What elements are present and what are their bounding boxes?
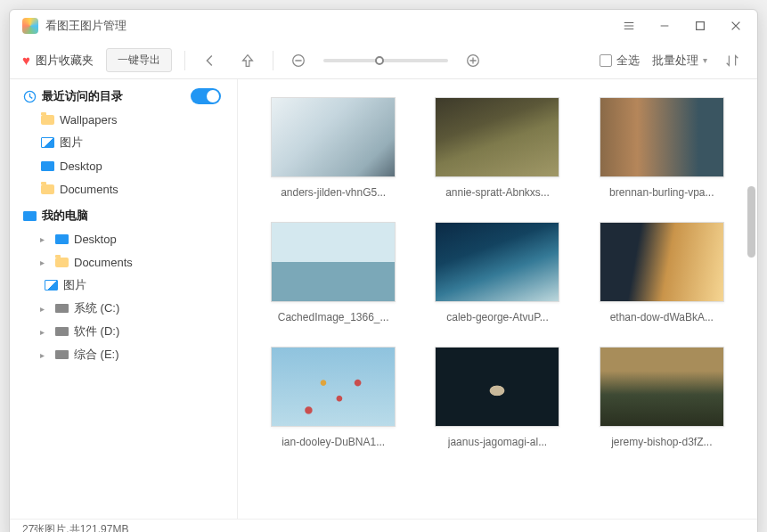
thumb-item[interactable]: CachedImage_1366_... [259,222,407,323]
folder-icon [54,255,69,269]
sidebar-item-documents-2[interactable]: ▸ Documents [10,250,237,274]
thumb-item[interactable]: jaanus-jagomagi-al... [423,347,571,448]
zoom-thumb[interactable] [375,56,384,65]
zoom-in-button[interactable] [461,48,485,73]
item-label: Documents [74,256,133,269]
item-label: 图片 [63,277,86,293]
image-icon [44,278,58,292]
thumb-label: anders-jilden-vhnG5... [281,186,386,199]
thumb-item[interactable]: annie-spratt-Abnkxs... [423,97,571,199]
drive-icon [54,348,69,362]
item-label: 软件 (D:) [74,323,119,340]
sidebar-item-desktop-2[interactable]: ▸ Desktop [10,227,237,250]
checkbox-icon [600,54,612,67]
computer-header[interactable]: 我的电脑 [10,204,237,227]
separator [184,51,185,70]
separator [273,51,273,70]
close-button[interactable] [722,13,750,38]
thumbnail-grid: anders-jilden-vhnG5... annie-spratt-Abnk… [247,97,748,448]
menu-button[interactable] [615,13,643,38]
svg-rect-0 [697,22,705,30]
folder-icon [40,112,54,127]
chevron-down-icon: ▾ [703,55,707,65]
thumb-item[interactable]: ethan-dow-dWaBkA... [588,222,736,323]
app-icon [22,18,38,34]
recent-header[interactable]: 最近访问的目录 [10,85,237,108]
maximize-button[interactable] [686,13,714,38]
computer-icon [22,209,37,223]
thumb-label: ian-dooley-DuBNA1... [282,436,385,448]
item-label: Desktop [74,233,117,246]
sort-button[interactable] [720,48,745,73]
zoom-slider[interactable] [323,59,448,62]
sidebar: 最近访问的目录 Wallpapers 图片 Desktop Documents [10,79,238,519]
computer-header-label: 我的电脑 [42,208,88,224]
folder-icon [40,182,54,196]
sidebar-item-drive-e[interactable]: ▸ 综合 (E:) [10,343,237,366]
sidebar-item-drive-c[interactable]: ▸ 系统 (C:) [10,297,237,320]
thumbnail-image [435,97,559,177]
item-label: Documents [60,183,118,196]
item-label: 图片 [60,135,83,151]
favorites-label[interactable]: ♥ 图片收藏夹 [22,53,94,69]
thumb-item[interactable]: anders-jilden-vhnG5... [259,97,407,199]
monitor-icon [54,232,69,246]
sidebar-item-documents[interactable]: Documents [10,177,237,201]
back-button[interactable] [198,48,223,73]
item-label: 系统 (C:) [74,300,119,316]
sidebar-item-desktop[interactable]: Desktop [10,154,237,177]
recent-header-label: 最近访问的目录 [42,88,123,104]
drive-icon [54,324,69,339]
item-label: Desktop [60,160,102,173]
thumb-label: caleb-george-AtvuP... [446,311,549,323]
status-text: 27张图片,共121.97MB [22,522,128,532]
sidebar-item-drive-d[interactable]: ▸ 软件 (D:) [10,320,237,343]
thumb-item[interactable]: ian-dooley-DuBNA1... [259,347,407,448]
minimize-button[interactable] [650,13,679,38]
clock-icon [22,89,37,103]
status-bar: 27张图片,共121.97MB [10,519,757,532]
thumbnail-image [271,222,396,302]
export-button[interactable]: 一键导出 [106,48,172,72]
window-title: 看图王图片管理 [45,19,615,34]
zoom-out-button[interactable] [286,48,311,73]
thumb-item[interactable]: caleb-george-AtvuP... [423,222,571,323]
thumbnail-image [600,97,724,177]
thumbnail-image [600,222,724,302]
thumb-item[interactable]: jeremy-bishop-d3fZ... [588,347,736,448]
expand-arrow-icon[interactable]: ▸ [40,304,49,314]
thumb-item[interactable]: brennan-burling-vpa... [588,97,736,199]
item-label: Wallpapers [60,113,118,127]
sidebar-item-pictures[interactable]: 图片 [10,131,237,154]
select-all-checkbox[interactable]: 全选 [600,53,640,69]
thumb-label: CachedImage_1366_... [278,311,389,323]
body: 最近访问的目录 Wallpapers 图片 Desktop Documents [10,79,757,519]
thumbnail-area: anders-jilden-vhnG5... annie-spratt-Abnk… [238,79,757,519]
toolbar: ♥ 图片收藏夹 一键导出 全选 批量处理 ▾ [10,42,757,79]
thumbnail-image [435,222,559,302]
heart-icon: ♥ [22,53,30,68]
expand-arrow-icon[interactable]: ▸ [40,327,49,337]
thumbnail-image [435,347,559,427]
thumbnail-image [271,97,396,177]
titlebar: 看图王图片管理 [10,10,757,42]
thumb-label: jaanus-jagomagi-al... [448,436,547,448]
batch-label: 批量处理 [652,53,698,69]
thumbnail-image [600,347,724,427]
sidebar-item-pictures-2[interactable]: 图片 [10,274,237,297]
favorites-text: 图片收藏夹 [36,53,94,69]
scrollbar-thumb[interactable] [747,186,755,258]
batch-process-dropdown[interactable]: 批量处理 ▾ [652,53,707,69]
thumb-label: annie-spratt-Abnkxs... [445,186,550,199]
select-all-label: 全选 [616,53,640,69]
recent-toggle[interactable] [191,88,221,104]
up-button[interactable] [235,48,260,73]
monitor-icon [40,159,54,173]
expand-arrow-icon[interactable]: ▸ [40,258,49,267]
thumb-label: ethan-dow-dWaBkA... [610,311,714,323]
expand-arrow-icon[interactable]: ▸ [40,350,49,360]
sidebar-item-wallpapers[interactable]: Wallpapers [10,108,237,131]
expand-arrow-icon[interactable]: ▸ [40,234,49,244]
thumb-label: brennan-burling-vpa... [609,186,714,199]
drive-icon [54,301,69,315]
